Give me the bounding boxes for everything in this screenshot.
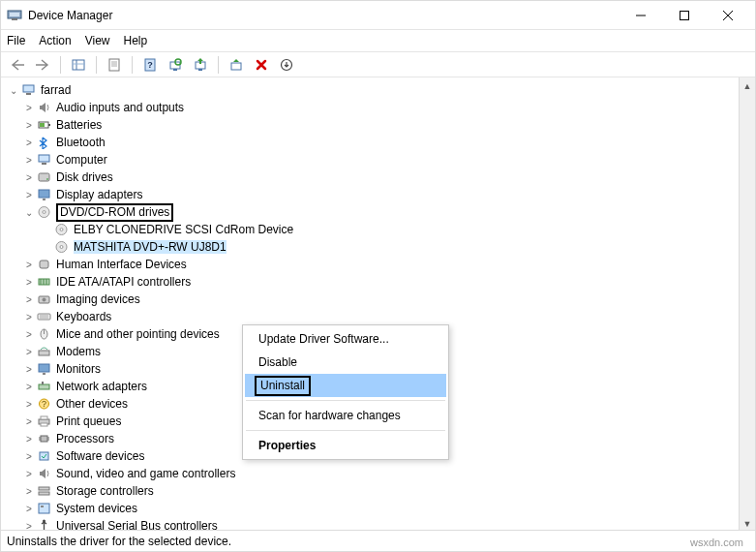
device-tree[interactable]: ⌄farrad>Audio inputs and outputs>Batteri… [1, 77, 739, 532]
svg-point-37 [60, 229, 63, 231]
expand-arrow-icon[interactable]: > [22, 260, 36, 270]
svg-rect-61 [41, 423, 47, 426]
status-text: Uninstalls the driver for the selected d… [7, 535, 231, 548]
expand-arrow-icon[interactable]: > [22, 103, 36, 113]
expand-arrow-icon[interactable]: > [22, 451, 36, 462]
toolbar-separator [218, 56, 219, 74]
enable-button[interactable] [276, 54, 297, 76]
tree-item[interactable]: ELBY CLONEDRIVE SCSI CdRom Device [5, 221, 739, 238]
tree-item[interactable]: >Bluetooth [5, 134, 739, 151]
scan-hardware-button[interactable] [165, 54, 186, 76]
tree-item[interactable]: >Human Interface Devices [5, 256, 739, 273]
expand-arrow-icon[interactable]: > [22, 486, 36, 497]
context-properties[interactable]: Properties [245, 434, 446, 457]
expand-arrow-icon[interactable]: > [22, 312, 36, 322]
tree-item[interactable]: >Disk drives [5, 169, 739, 186]
menubar: File Action View Help [1, 30, 755, 51]
app-icon [7, 8, 22, 23]
expand-arrow-icon[interactable]: > [22, 138, 36, 148]
disk-icon [36, 169, 52, 185]
tree-item-label: farrad [41, 83, 71, 97]
tree-item[interactable]: >Keyboards [5, 308, 739, 325]
minimize-button[interactable] [619, 2, 662, 29]
tree-item-label: Network adapters [56, 380, 147, 393]
hid-icon [36, 257, 52, 272]
expand-arrow-icon[interactable]: > [22, 434, 36, 445]
tree-item[interactable]: >Sound, video and game controllers [5, 465, 739, 482]
battery-icon [36, 117, 52, 133]
computer-icon [20, 82, 37, 98]
tree-item-label: Software devices [56, 449, 144, 463]
uninstall-button[interactable] [251, 54, 272, 76]
tree-item[interactable]: ⌄DVD/CD-ROM drives [5, 203, 739, 221]
tree-item[interactable]: >Imaging devices [5, 291, 739, 308]
modem-icon [36, 344, 52, 359]
expand-arrow-icon[interactable]: > [22, 399, 36, 410]
audio-icon [36, 100, 52, 115]
vertical-scrollbar[interactable]: ▲ ▼ [739, 77, 755, 532]
toolbar-separator [132, 56, 133, 74]
menu-file[interactable]: File [7, 34, 25, 47]
back-button[interactable] [7, 54, 28, 76]
expand-arrow-icon[interactable]: > [22, 469, 36, 479]
tree-item[interactable]: MATSHITA DVD+-RW UJ8D1 [5, 238, 739, 256]
tree-item-label: Computer [56, 153, 107, 167]
tree-item-label: Mice and other pointing devices [56, 327, 220, 341]
close-button[interactable] [706, 2, 749, 29]
show-hide-tree-button[interactable] [68, 54, 89, 76]
properties-button[interactable] [104, 54, 125, 76]
expand-arrow-icon[interactable]: > [22, 277, 36, 288]
svg-rect-2 [12, 18, 17, 20]
svg-text:?: ? [147, 60, 153, 70]
context-disable[interactable]: Disable [245, 351, 446, 374]
tree-item[interactable]: >Storage controllers [5, 482, 739, 500]
update-driver-button[interactable] [190, 54, 211, 76]
expand-arrow-icon[interactable]: > [22, 172, 36, 183]
expand-arrow-icon[interactable]: > [22, 190, 36, 200]
tree-item[interactable]: ⌄farrad [5, 81, 739, 99]
svg-rect-52 [39, 351, 49, 355]
svg-rect-55 [39, 384, 49, 389]
svg-rect-7 [73, 60, 84, 70]
forward-button[interactable] [32, 54, 53, 76]
expand-arrow-icon[interactable]: ⌄ [7, 85, 20, 96]
toolbar: ? [1, 51, 755, 77]
expand-arrow-icon[interactable]: > [22, 329, 36, 340]
disable-button[interactable] [226, 54, 247, 76]
menu-action[interactable]: Action [39, 34, 71, 47]
tree-item[interactable]: >System devices [5, 500, 739, 517]
tree-item[interactable]: >Audio inputs and outputs [5, 99, 739, 116]
tree-item[interactable]: >IDE ATA/ATAPI controllers [5, 273, 739, 291]
scroll-up-button[interactable]: ▲ [740, 77, 755, 94]
dvd-icon [53, 222, 70, 237]
tree-item[interactable]: >Display adapters [5, 186, 739, 203]
maximize-button[interactable] [662, 2, 706, 29]
expand-arrow-icon[interactable]: > [22, 382, 36, 392]
menu-view[interactable]: View [85, 34, 110, 47]
tree-item-label: ELBY CLONEDRIVE SCSI CdRom Device [74, 223, 293, 236]
tree-item[interactable]: >Computer [5, 151, 739, 169]
context-scan-hardware[interactable]: Scan for hardware changes [245, 404, 446, 427]
expand-arrow-icon[interactable]: ⌄ [22, 207, 36, 218]
svg-point-35 [43, 211, 45, 214]
expand-arrow-icon[interactable]: > [22, 155, 36, 166]
tree-item-label: DVD/CD-ROM drives [56, 203, 173, 222]
context-uninstall[interactable]: Uninstall [245, 374, 446, 397]
tree-item[interactable]: >Batteries [5, 116, 739, 134]
tree-item-label: Monitors [56, 362, 101, 376]
expand-arrow-icon[interactable]: > [22, 120, 36, 131]
expand-arrow-icon[interactable]: > [22, 416, 36, 427]
tree-item-label: MATSHITA DVD+-RW UJ8D1 [74, 240, 227, 254]
expand-arrow-icon[interactable]: > [22, 504, 36, 514]
keyboard-icon [36, 309, 52, 324]
svg-rect-26 [48, 124, 50, 126]
cpu-icon [36, 431, 52, 446]
expand-arrow-icon[interactable]: > [22, 364, 36, 375]
watermark: wsxdn.com [690, 537, 743, 548]
context-update-driver[interactable]: Update Driver Software... [245, 327, 446, 351]
expand-arrow-icon[interactable]: > [22, 347, 36, 357]
help-button[interactable]: ? [139, 54, 161, 76]
menu-help[interactable]: Help [124, 34, 148, 47]
svg-point-31 [46, 178, 48, 180]
expand-arrow-icon[interactable]: > [22, 294, 36, 305]
